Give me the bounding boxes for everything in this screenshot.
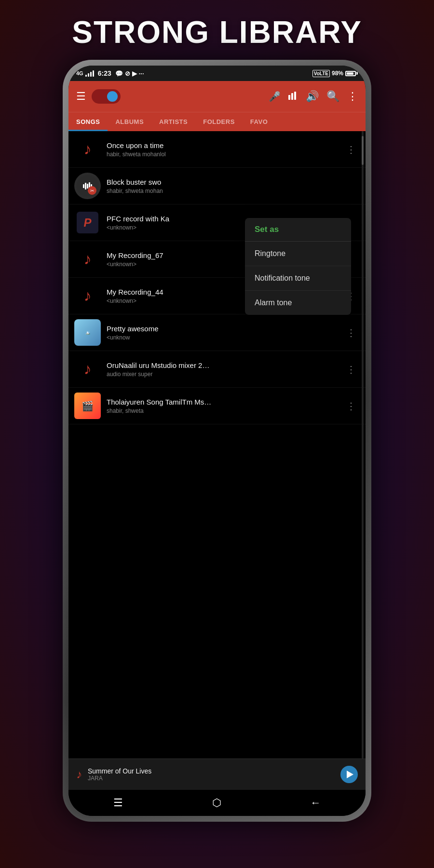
time-label: 6:23 — [98, 69, 111, 77]
list-item[interactable]: 🏔️ Pretty awesome <unknow ⋮ — [68, 314, 366, 351]
song-thumbnail: P — [74, 209, 101, 236]
music-note-icon: ♪ — [84, 360, 92, 378]
scissors-icon: ✂ — [88, 186, 96, 195]
scroll-indicator — [362, 131, 364, 759]
song-thumbnail: ♪ — [74, 136, 101, 163]
now-playing-artist: JARA — [88, 775, 335, 782]
song-title: Pretty awesome — [107, 325, 342, 333]
song-artist: shabir, shweta mohan — [107, 188, 360, 194]
song-title: Block buster swo — [107, 178, 360, 186]
volte-label: VoLTE — [312, 70, 330, 77]
phone-device: 4G 6:23 💬 ⊘ ▶ ··· VoLTE 98% — [63, 60, 371, 822]
circle-icon: ⊘ — [125, 70, 130, 77]
svg-rect-1 — [291, 93, 293, 100]
song-thumbnail: ♪ — [74, 246, 101, 272]
context-menu-header: Set as — [245, 218, 351, 242]
song-info: Block buster swo shabir, shweta mohan — [107, 178, 360, 194]
now-playing-title: Summer of Our Lives — [88, 767, 335, 775]
song-thumbnail: 🎬 — [74, 393, 101, 419]
list-item[interactable]: ♪ OruNaalil uru Mstudio mixer 2… audio m… — [68, 351, 366, 388]
song-artist: shabir, shweta — [107, 407, 342, 414]
menu-icon[interactable]: ☰ — [76, 90, 86, 103]
context-menu: Set as Ringtone Notification tone Alarm … — [245, 218, 351, 315]
svg-rect-0 — [288, 95, 290, 100]
music-note-icon: ♪ — [84, 250, 92, 268]
signal-label: 4G — [76, 70, 83, 76]
set-as-ringtone-button[interactable]: Ringtone — [245, 242, 351, 266]
song-thumbnail: ♪ — [74, 356, 101, 382]
song-artist: habir, shweta mohanlol — [107, 151, 342, 158]
set-as-alarm-button[interactable]: Alarm tone — [245, 291, 351, 315]
list-item[interactable]: ♪ Once upon a time habir, shweta mohanlo… — [68, 131, 366, 168]
volume-icon[interactable]: 🔊 — [306, 90, 319, 103]
nav-menu-icon[interactable]: ☰ — [113, 797, 123, 809]
dots-icon: ··· — [139, 70, 144, 77]
message-icon: 💬 — [115, 70, 123, 77]
tab-artists[interactable]: ARTISTS — [151, 112, 195, 131]
more-options-button[interactable]: ⋮ — [342, 325, 360, 340]
now-playing-bar[interactable]: ♪ Summer of Our Lives JARA — [68, 759, 366, 789]
song-thumbnail: ✂ — [74, 173, 101, 199]
song-info: Pretty awesome <unknow — [107, 325, 342, 341]
song-thumbnail: 🏔️ — [74, 319, 101, 346]
list-item[interactable]: ✂ Block buster swo shabir, shweta mohan — [68, 168, 366, 204]
music-note-icon: ♪ — [84, 140, 92, 158]
music-note-icon: ♪ — [84, 287, 92, 305]
page-title: STRONG LIBRARY — [62, 0, 372, 60]
header-icons-right: 🎤 🔊 🔍 ⋮ — [269, 90, 358, 103]
more-options-button[interactable]: ⋮ — [342, 362, 360, 377]
tabs-bar: SONGS ALBUMS ARTISTS FOLDERS FAVO — [68, 112, 366, 131]
svg-rect-2 — [294, 92, 296, 100]
toggle-circle — [107, 91, 118, 102]
overflow-icon[interactable]: ⋮ — [347, 90, 358, 103]
song-thumbnail: ♪ — [74, 283, 101, 309]
play-triangle-icon — [347, 771, 353, 778]
song-info: OruNaalil uru Mstudio mixer 2… audio mix… — [107, 361, 342, 378]
song-artist: audio mixer super — [107, 371, 342, 378]
play-icon: ▶ — [132, 70, 137, 77]
nav-back-icon[interactable]: ← — [311, 797, 321, 809]
poweramp-thumb: ✂ — [77, 175, 98, 197]
battery-percent: 98% — [332, 70, 343, 77]
nav-bar: ☰ ⬡ ← — [68, 789, 366, 816]
tab-folders[interactable]: FOLDERS — [195, 112, 243, 131]
battery-icon — [345, 71, 358, 76]
phone-screen: 4G 6:23 💬 ⊘ ▶ ··· VoLTE 98% — [68, 66, 366, 816]
app-header: ☰ 🎤 🔊 🔍 ⋮ — [68, 81, 366, 112]
scroll-thumb — [362, 136, 364, 165]
pfc-thumb: P — [77, 212, 98, 233]
more-options-button[interactable]: ⋮ — [342, 398, 360, 414]
song-title: Tholaiyuren Song TamilTm Ms… — [107, 398, 342, 406]
tab-songs[interactable]: SONGS — [68, 112, 108, 131]
tab-albums[interactable]: ALBUMS — [108, 112, 151, 131]
set-as-notification-button[interactable]: Notification tone — [245, 266, 351, 291]
status-bar: 4G 6:23 💬 ⊘ ▶ ··· VoLTE 98% — [68, 66, 366, 81]
toggle-button[interactable] — [92, 89, 121, 104]
song-title: Once upon a time — [107, 141, 342, 149]
more-options-button[interactable]: ⋮ — [342, 142, 360, 157]
play-button[interactable] — [340, 766, 358, 783]
now-playing-music-icon: ♪ — [76, 768, 82, 781]
song-artist: <unknow — [107, 334, 342, 341]
list-item[interactable]: 🎬 Tholaiyuren Song TamilTm Ms… shabir, s… — [68, 388, 366, 424]
now-playing-info: Summer of Our Lives JARA — [88, 767, 335, 782]
song-list: ♪ Once upon a time habir, shweta mohanlo… — [68, 131, 366, 759]
nav-home-icon[interactable]: ⬡ — [212, 797, 221, 809]
search-icon[interactable]: 🔍 — [326, 90, 339, 103]
song-title: OruNaalil uru Mstudio mixer 2… — [107, 361, 342, 369]
song-info: Tholaiyuren Song TamilTm Ms… shabir, shw… — [107, 398, 342, 414]
signal-bars-icon — [85, 70, 94, 77]
tab-favorites[interactable]: FAVO — [243, 112, 275, 131]
status-left: 4G 6:23 💬 ⊘ ▶ ··· — [76, 69, 144, 77]
song-info: Once upon a time habir, shweta mohanlol — [107, 141, 342, 158]
equalizer-icon[interactable] — [288, 90, 298, 103]
status-right: VoLTE 98% — [312, 70, 358, 77]
mic-icon[interactable]: 🎤 — [269, 91, 281, 102]
